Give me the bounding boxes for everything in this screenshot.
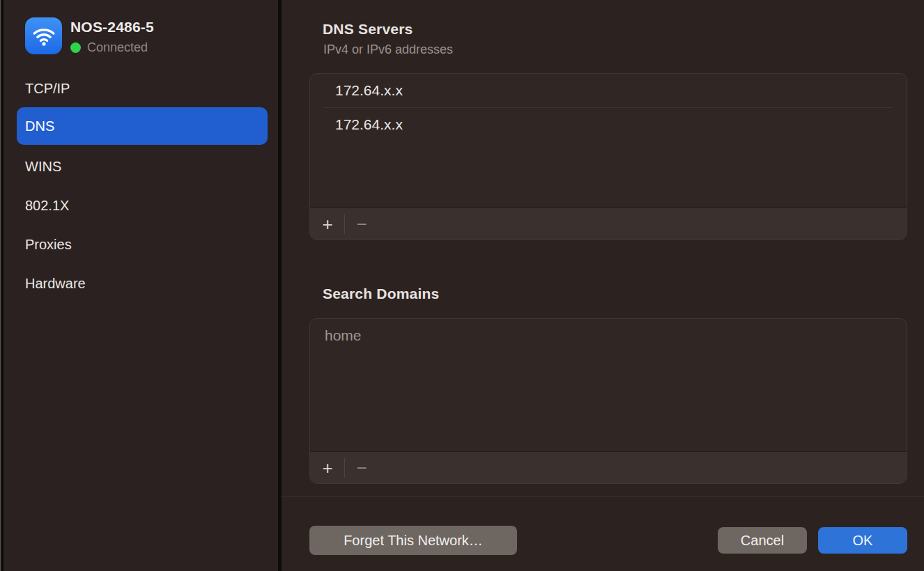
sidebar-item-dns[interactable]: DNS	[17, 107, 268, 145]
search-domains-rows: home	[310, 319, 907, 453]
forget-network-button[interactable]: Forget This Network…	[309, 526, 517, 555]
dns-server-value: 172.64.x.x	[335, 116, 403, 133]
window-left-edge	[1, 0, 3, 571]
dns-server-entry[interactable]: 172.64.x.x	[325, 107, 893, 141]
sidebar-item-label: 802.1X	[25, 198, 69, 214]
dns-servers-list: 172.64.x.x 172.64.x.x + −	[309, 73, 907, 240]
connected-dot-icon	[70, 42, 81, 53]
ok-button[interactable]: OK	[818, 527, 907, 554]
sidebar: NOS-2486-5 Connected TCP/IP DNS WINS 802…	[0, 0, 278, 571]
search-domain-entry[interactable]: home	[310, 319, 907, 352]
sidebar-item-8021x[interactable]: 802.1X	[17, 187, 268, 224]
cancel-button[interactable]: Cancel	[718, 527, 807, 554]
dns-server-entry[interactable]: 172.64.x.x	[310, 74, 907, 107]
sidebar-item-label: Proxies	[25, 237, 72, 253]
footer-divider	[282, 496, 924, 496]
network-name: NOS-2486-5	[70, 19, 154, 36]
search-domain-value: home	[325, 327, 362, 344]
dns-server-value: 172.64.x.x	[335, 82, 403, 99]
network-status: Connected	[70, 40, 154, 55]
sidebar-item-wins[interactable]: WINS	[17, 148, 268, 185]
toolbar-separator	[344, 214, 345, 234]
network-header: NOS-2486-5 Connected	[25, 17, 154, 55]
search-domains-title: Search Domains	[323, 286, 439, 302]
wifi-icon	[25, 17, 62, 54]
dns-servers-subtitle: IPv4 or IPv6 addresses	[323, 42, 453, 57]
search-domain-add-button[interactable]: +	[314, 452, 341, 484]
sidebar-item-label: TCP/IP	[25, 81, 70, 97]
sidebar-item-hardware[interactable]: Hardware	[17, 265, 268, 302]
search-domains-list: home + −	[309, 318, 907, 484]
sidebar-item-tcpip[interactable]: TCP/IP	[17, 70, 268, 107]
dns-add-button[interactable]: +	[314, 208, 341, 240]
main-panel: DNS Servers IPv4 or IPv6 addresses 172.6…	[282, 0, 924, 571]
search-domains-toolbar: + −	[310, 451, 907, 483]
sidebar-item-label: WINS	[25, 159, 61, 175]
toolbar-separator	[344, 458, 345, 478]
sidebar-item-proxies[interactable]: Proxies	[17, 226, 268, 263]
dns-servers-toolbar: + −	[310, 208, 907, 240]
sidebar-item-label: DNS	[25, 118, 54, 134]
search-domain-remove-button[interactable]: −	[348, 452, 375, 484]
dns-servers-title: DNS Servers	[323, 21, 413, 38]
dns-servers-rows: 172.64.x.x 172.64.x.x	[310, 74, 907, 208]
network-status-label: Connected	[87, 40, 148, 55]
network-details-window: NOS-2486-5 Connected TCP/IP DNS WINS 802…	[0, 0, 924, 571]
dns-remove-button[interactable]: −	[348, 208, 375, 240]
sidebar-item-label: Hardware	[25, 276, 86, 292]
